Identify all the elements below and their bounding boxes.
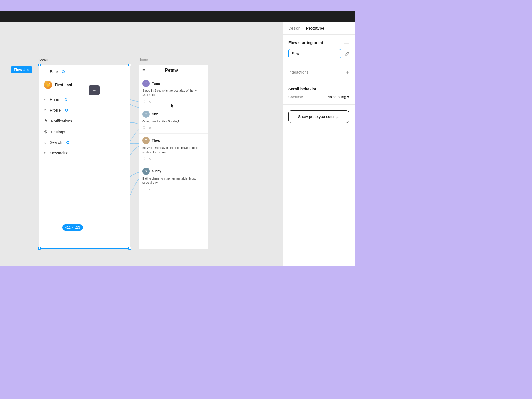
comment-icon-2[interactable]: ○	[149, 126, 151, 130]
bookmark-icon[interactable]: ⌞	[155, 99, 156, 104]
profile-conn-point[interactable]	[65, 109, 68, 112]
menu-item-settings[interactable]: ⚙ Settings	[44, 126, 125, 137]
messaging-label: Messaging	[50, 151, 69, 155]
home-conn-point[interactable]	[65, 98, 67, 101]
gibby-name: Gibby	[152, 169, 161, 173]
like-icon[interactable]: ♡	[142, 99, 146, 104]
scroll-section: Scroll behavior Overflow No scrolling ▾	[283, 81, 355, 105]
canvas[interactable]: Flow 1 ▷ Menu ← Back	[0, 22, 283, 266]
home-label: Home	[50, 98, 60, 102]
settings-icon: ⚙	[44, 129, 48, 134]
corner-tr[interactable]	[128, 64, 131, 66]
thea-actions: ♡ ○ ⌞	[142, 157, 204, 161]
flow-collapse-btn[interactable]: —	[344, 40, 349, 45]
gibby-actions: ♡ ○ ⌞	[142, 187, 204, 191]
app-title: Petma	[165, 68, 178, 73]
bookmark-icon-2[interactable]: ⌞	[155, 126, 156, 130]
tab-design[interactable]: Design	[288, 26, 301, 34]
messaging-icon: ○	[44, 150, 47, 155]
menu-item-search[interactable]: ○ Search	[44, 137, 125, 148]
back-arrow-box: ←	[89, 85, 100, 95]
post-gibby: G Gibby Eating dinner on the human table…	[139, 164, 208, 195]
overflow-row: Overflow No scrolling ▾	[288, 95, 349, 99]
comment-icon-3[interactable]: ○	[149, 157, 151, 161]
menu-item-profile[interactable]: ○ Profile	[44, 105, 125, 116]
sky-name: Sky	[152, 112, 158, 116]
search-label: Search	[50, 140, 62, 145]
yuna-name: Yuna	[152, 81, 160, 85]
yuna-text: Sleep in Sunday is the best day of the w…	[142, 89, 204, 97]
post-sky: S Sky Going soaring this Sunday! ♡ ○ ⌞	[139, 107, 208, 134]
user-row: 🐱 First Last	[44, 81, 125, 89]
overflow-select[interactable]: No scrolling ▾	[327, 95, 349, 99]
add-interaction-button[interactable]: +	[346, 70, 349, 75]
comment-icon[interactable]: ○	[149, 99, 151, 104]
top-bar	[0, 11, 355, 22]
notifications-label: Notifications	[51, 119, 72, 123]
yuna-actions: ♡ ○ ⌞	[142, 99, 204, 104]
flow-input-row	[288, 49, 349, 58]
right-panel: Design Prototype Flow starting point —	[283, 22, 355, 266]
home-content: ≡ Petma Y Yuna Sleep in Sunday is the be…	[139, 65, 208, 249]
corner-tl[interactable]	[38, 64, 41, 66]
notifications-icon: ⚑	[44, 118, 48, 124]
panel-tabs: Design Prototype	[283, 22, 355, 35]
menu-item-messaging[interactable]: ○ Messaging	[44, 148, 125, 158]
search-conn-point[interactable]	[66, 141, 69, 144]
back-row: ← Back	[44, 70, 125, 74]
comment-icon-4[interactable]: ○	[149, 187, 151, 191]
overflow-value: No scrolling	[327, 95, 346, 99]
post-thea: T Thea MFW it's Sunday night and I have …	[139, 134, 208, 164]
user-avatar: 🐱	[44, 81, 52, 89]
menu-frame-label: Menu	[39, 58, 48, 62]
corner-bl[interactable]	[38, 247, 41, 250]
panel-content: Flow starting point — Interacti	[283, 35, 355, 266]
profile-icon: ○	[44, 108, 47, 113]
user-name: First Last	[55, 83, 72, 87]
flow-starting-section: Flow starting point —	[283, 35, 355, 64]
chevron-down-icon: ▾	[347, 95, 349, 99]
scroll-section-title: Scroll behavior	[288, 87, 316, 91]
flow-badge[interactable]: Flow 1 ▷	[11, 66, 32, 73]
flow-badge-icon: ▷	[27, 68, 29, 72]
yuna-avatar: Y	[142, 80, 150, 87]
home-frame[interactable]: ≡ Petma Y Yuna Sleep in Sunday is the be…	[139, 65, 208, 249]
flow-section-title: Flow starting point	[288, 40, 323, 45]
show-prototype-settings-button[interactable]: Show prototype settings	[288, 110, 349, 123]
menu-item-notifications[interactable]: ⚑ Notifications	[44, 116, 125, 126]
menu-frame[interactable]: Menu ← Back 🐱 First Last ⌂	[39, 65, 130, 249]
sky-text: Going soaring this Sunday!	[142, 119, 204, 124]
hamburger-icon[interactable]: ≡	[142, 68, 145, 73]
home-header: ≡ Petma	[139, 65, 208, 76]
search-icon: ○	[44, 140, 47, 145]
tab-prototype[interactable]: Prototype	[306, 26, 324, 34]
thea-text: MFW it's Sunday night and I have to go b…	[142, 146, 204, 154]
interactions-label: Interactions	[288, 70, 308, 75]
sky-actions: ♡ ○ ⌞	[142, 126, 204, 130]
flow-badge-label: Flow 1	[14, 68, 25, 72]
corner-br[interactable]	[128, 247, 131, 250]
flow-name-input[interactable]	[288, 49, 341, 58]
like-icon-2[interactable]: ♡	[142, 126, 146, 130]
menu-content: ← Back 🐱 First Last ⌂ Home	[39, 65, 130, 163]
canvas-area: Flow 1 ▷ Menu ← Back	[0, 22, 355, 266]
bookmark-icon-3[interactable]: ⌞	[155, 157, 156, 161]
like-icon-4[interactable]: ♡	[142, 187, 146, 191]
profile-label: Profile	[50, 108, 61, 112]
home-frame-label: Home	[139, 58, 148, 62]
gibby-text: Eating dinner on the human table. Must s…	[142, 177, 204, 185]
post-yuna: Y Yuna Sleep in Sunday is the best day o…	[139, 76, 208, 107]
interactions-section: Interactions +	[283, 64, 355, 81]
back-conn-point[interactable]	[62, 70, 65, 73]
sky-avatar: S	[142, 111, 150, 118]
menu-item-home[interactable]: ⌂ Home	[44, 94, 125, 105]
like-icon-3[interactable]: ♡	[142, 157, 146, 161]
app-window: Flow 1 ▷ Menu ← Back	[0, 11, 355, 266]
home-icon: ⌂	[44, 97, 47, 102]
bookmark-icon-4[interactable]: ⌞	[155, 187, 156, 191]
settings-label: Settings	[51, 130, 65, 134]
gibby-avatar: G	[142, 168, 150, 175]
edit-flow-button[interactable]	[343, 50, 351, 58]
back-label: Back	[50, 70, 58, 74]
thea-name: Thea	[152, 139, 160, 142]
